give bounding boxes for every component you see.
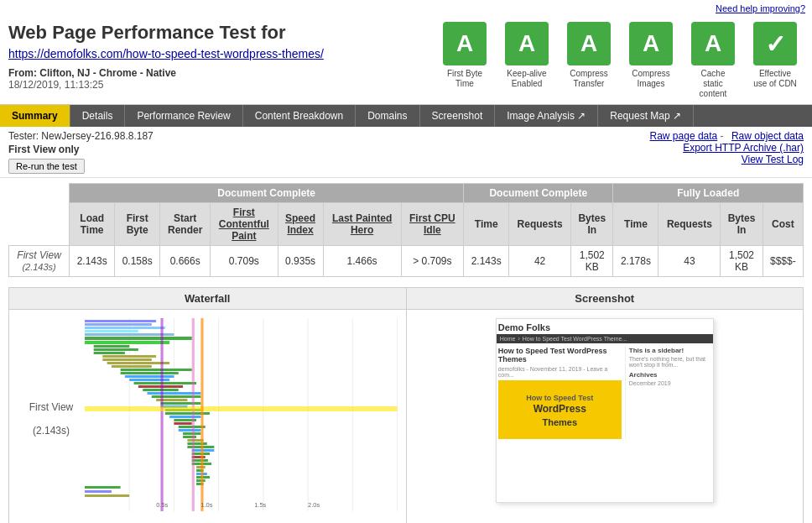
ss-archives-title: Archives [629, 371, 711, 379]
svg-rect-17 [94, 352, 125, 354]
nav-request-map[interactable]: Request Map ↗ [598, 105, 694, 127]
val-fcp: 0.709s [211, 246, 278, 277]
ss-hero-image: How to Speed Test WordPress Themes [498, 380, 622, 439]
col-bytes-fl: BytesIn [721, 203, 763, 246]
view-test-log-link[interactable]: View Test Log [742, 154, 804, 165]
col-requests-dc: Requests [509, 203, 571, 246]
view-test-log: View Test Log [645, 154, 804, 165]
grade-label-keepalive: Keep-aliveEnabled [507, 69, 546, 89]
nav-details[interactable]: Details [70, 105, 126, 127]
top-bar: Need help improving? [0, 0, 812, 17]
val-start-render: 0.666s [160, 246, 211, 277]
grade-compress-images: A CompressImages [622, 22, 679, 89]
waterfall-image[interactable]: 0.5s 1.0s 1.5s 2.0s [85, 318, 398, 511]
site-url[interactable]: https://demofolks.com/how-to-speed-test-… [8, 47, 428, 60]
val-cost: $$$$- [763, 246, 803, 277]
col-fcp: FirstContentfulPaint [211, 203, 278, 246]
first-view-label: First View only [8, 144, 154, 155]
svg-rect-15 [94, 345, 130, 348]
svg-rect-66 [85, 490, 112, 493]
svg-rect-13 [85, 337, 192, 340]
val-first-byte: 0.158s [115, 246, 160, 277]
fully-loaded-header: Fully Loaded [613, 184, 804, 203]
svg-text:0.5s: 0.5s [156, 501, 168, 509]
svg-rect-14 [85, 341, 169, 344]
grade-keepalive: A Keep-aliveEnabled [498, 22, 555, 89]
val-bytes-dc: 1,502KB [571, 246, 613, 277]
tester-info: Tester: NewJersey-216.98.8.187 [8, 130, 154, 142]
test-date: 18/12/2019, 11:13:25 [8, 79, 428, 91]
col-load-time: LoadTime [70, 203, 115, 246]
col-last-painted-hero: Last PaintedHero [323, 203, 401, 246]
svg-rect-40 [179, 429, 201, 431]
waterfall-panel-header: Waterfall [9, 288, 406, 310]
svg-text:1.0s: 1.0s [200, 501, 212, 509]
col-first-cpu-idle: First CPUIdle [401, 203, 464, 246]
val-bytes-fl: 1,502KB [721, 246, 763, 277]
screenshot-preview[interactable]: Demo Folks Home › How to Speed Test Word… [496, 318, 714, 503]
row-label-cell: First View(2.143s) [9, 246, 70, 277]
grade-cdn: ✓ Effectiveuse of CDN [747, 22, 804, 89]
ss-article: How to Speed Test WordPressThemes demofo… [498, 347, 625, 439]
svg-rect-16 [94, 348, 138, 351]
svg-rect-57 [160, 318, 163, 511]
raw-page-data-link[interactable]: Raw page data [650, 130, 718, 142]
waterfall-panel: Waterfall First View (2.143s) [9, 288, 407, 523]
ss-archives-date: December 2019 [629, 380, 711, 386]
svg-rect-60 [200, 318, 203, 511]
svg-text:1.5s: 1.5s [254, 501, 266, 509]
nav-content-breakdown[interactable]: Content Breakdown [243, 105, 356, 127]
val-speed-index: 0.935s [278, 246, 323, 277]
col-cost: Cost [763, 203, 803, 246]
svg-rect-36 [169, 416, 200, 418]
svg-rect-10 [85, 327, 165, 329]
grade-box-keepalive: A [505, 22, 549, 65]
val-first-cpu-idle: > 0.709s [401, 246, 464, 277]
svg-rect-58 [192, 318, 195, 511]
nav-performance-review[interactable]: Performance Review [125, 105, 242, 127]
col-first-byte: FirstByte [115, 203, 160, 246]
val-last-painted-hero: 1.466s [323, 246, 401, 277]
page-title: Web Page Performance Test for [8, 22, 428, 44]
svg-rect-0 [85, 318, 398, 511]
rerun-button[interactable]: Re-run the test [8, 159, 85, 174]
nav-screenshot[interactable]: Screenshot [420, 105, 496, 127]
screenshot-panel-header: Screenshot [407, 288, 804, 310]
export-har-link[interactable]: Export HTTP Archive (.har) [683, 142, 804, 154]
results-table-section: Document Complete Document Complete Full… [0, 178, 812, 282]
raw-links: Raw page data - Raw object data [645, 130, 804, 142]
svg-rect-24 [125, 375, 174, 378]
svg-text:2.0s: 2.0s [308, 501, 320, 509]
nav-domains[interactable]: Domains [356, 105, 419, 127]
grades-area: A First ByteTime A Keep-aliveEnabled A C… [436, 22, 804, 99]
raw-object-data-link[interactable]: Raw object data [731, 130, 804, 142]
table-row: First View(2.143s) 2.143s 0.158s 0.666s … [9, 246, 804, 277]
results-table: Document Complete Document Complete Full… [8, 183, 804, 277]
info-bar: Tester: NewJersey-216.98.8.187 First Vie… [0, 127, 812, 178]
svg-rect-44 [187, 442, 206, 445]
col-requests-fl: Requests [658, 203, 721, 246]
grade-compress-transfer: A CompressTransfer [560, 22, 617, 89]
val-requests-dc: 42 [509, 246, 571, 277]
ss-sidebar-text: There's nothing here, but that won't sto… [629, 356, 711, 368]
svg-rect-23 [121, 372, 179, 374]
ss-nav-home: Home [500, 336, 516, 342]
grade-label-cache-static: Cachestaticcontent [700, 69, 727, 99]
from-info: From: Clifton, NJ - Chrome - Native [8, 67, 428, 79]
svg-rect-59 [85, 406, 398, 411]
bottom-panels: Waterfall First View (2.143s) [8, 287, 804, 523]
ss-sidebar-title: This is a sidebar! [629, 347, 711, 354]
svg-rect-67 [85, 494, 129, 497]
ss-nav-bar: Home › How to Speed Test WordPress Theme… [497, 334, 713, 343]
help-link[interactable]: Need help improving? [716, 3, 805, 13]
nav-image-analysis[interactable]: Image Analysis ↗ [495, 105, 598, 127]
info-bar-left: Tester: NewJersey-216.98.8.187 First Vie… [8, 130, 154, 174]
ss-main-content: How to Speed Test WordPressThemes demofo… [497, 343, 713, 442]
svg-rect-19 [102, 358, 152, 361]
nav-summary[interactable]: Summary [0, 105, 70, 127]
grade-box-compress-transfer: A [567, 22, 611, 65]
col-bytes-dc: BytesIn [571, 203, 613, 246]
grade-label-first-byte: First ByteTime [447, 69, 482, 89]
screenshot-body: Demo Folks Home › How to Speed Test Word… [407, 310, 804, 511]
svg-rect-25 [129, 379, 169, 381]
